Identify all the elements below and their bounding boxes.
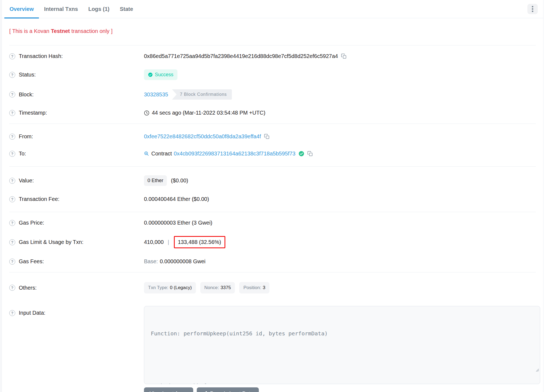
block-number-link[interactable]: 30328535 (144, 91, 168, 98)
row-input-data: ?Input Data: Function: performUpkeep(uin… (9, 301, 536, 392)
section-summary: ?Transaction Hash: 0x86ed5a771e725aa94d5… (9, 45, 536, 124)
gas-price-value: 0.000000003 Ether (3 Gwei) (144, 220, 212, 226)
testnet-warning: [ This is a Kovan Testnet transaction on… (9, 18, 536, 45)
row-block: ?Block: 30328535 7 Block Confirmations (9, 85, 536, 104)
value-amount-badge: 0 Ether (144, 175, 167, 186)
gas-usage-annotation-box: 133,488 (32.56%) (174, 236, 225, 248)
gas-fees-label: Gas Fees: (19, 258, 44, 265)
status-label: Status: (19, 72, 36, 78)
timestamp-label: Timestamp: (19, 110, 47, 116)
help-icon[interactable]: ? (9, 239, 15, 245)
row-status: ?Status: Success (9, 65, 536, 85)
transaction-overview-card: Overview Internal Txns Logs (1) State [ … (2, 0, 543, 392)
copy-hash-button[interactable] (341, 53, 347, 59)
section-value: ?Value: 0 Ether ($0.00) ?Transaction Fee… (9, 167, 536, 212)
tab-logs[interactable]: Logs (1) (83, 0, 115, 18)
row-transaction-fee: ?Transaction Fee: 0.000400464 Ether ($0.… (9, 191, 536, 208)
tab-bar: Overview Internal Txns Logs (1) State (2, 0, 543, 18)
view-input-as-button[interactable]: View Input As (144, 387, 193, 392)
value-label: Value: (19, 177, 34, 184)
resize-grip[interactable] (489, 357, 539, 383)
row-from: ?From: 0xfee7522e8482682cf50ddc50a0f8da2… (9, 128, 536, 145)
tab-internal-txns[interactable]: Internal Txns (39, 0, 83, 18)
help-icon[interactable]: ? (9, 110, 15, 116)
row-transaction-hash: ?Transaction Hash: 0x86ed5a771e725aa94d5… (9, 48, 536, 65)
gas-limit-value: 410,000 (144, 239, 164, 245)
more-options-button[interactable] (527, 4, 538, 14)
section-others-input: ?Others: Txn Type:0 (Legacy) Nonce:3375 … (9, 272, 536, 392)
row-to: ?To: Contract 0x4cb093f226983713164a6213… (9, 145, 536, 162)
position-badge: Position:3 (239, 282, 269, 293)
help-icon[interactable]: ? (9, 53, 15, 59)
help-icon[interactable]: ? (9, 285, 15, 291)
tab-overview[interactable]: Overview (4, 0, 39, 18)
tab-state[interactable]: State (115, 0, 138, 18)
zoom-in-icon[interactable] (144, 151, 149, 156)
base-fee-value: 0.000000008 Gwei (160, 258, 205, 265)
page-edge (0, 0, 2, 392)
row-gas-price: ?Gas Price: 0.000000003 Ether (3 Gwei) (9, 214, 536, 231)
row-gas-limit-usage: ?Gas Limit & Usage by Txn: 410,000 | 133… (9, 231, 536, 253)
from-label: From: (19, 133, 33, 140)
help-icon[interactable]: ? (9, 91, 15, 97)
decode-icon (202, 391, 207, 392)
help-icon[interactable]: ? (9, 134, 15, 140)
gas-limit-label: Gas Limit & Usage by Txn: (19, 239, 84, 245)
help-icon[interactable]: ? (9, 72, 15, 78)
to-label: To: (19, 151, 26, 157)
gas-separator: | (168, 239, 169, 245)
help-icon[interactable]: ? (9, 259, 15, 265)
input-line (151, 355, 533, 364)
help-icon[interactable]: ? (9, 151, 15, 157)
kebab-menu-icon (532, 6, 533, 12)
txn-type-badge: Txn Type:0 (Legacy) (144, 282, 196, 293)
input-line: MethodID: 0x7bbaf1ea (151, 381, 533, 384)
section-parties: ?From: 0xfee7522e8482682cf50ddc50a0f8da2… (9, 124, 536, 166)
clock-icon (144, 110, 149, 116)
input-data-textarea[interactable]: Function: performUpkeep(uint256 id, byte… (144, 306, 540, 384)
transaction-hash-label: Transaction Hash: (19, 53, 63, 59)
input-data-label: Input Data: (19, 310, 45, 316)
row-others: ?Others: Txn Type:0 (Legacy) Nonce:3375 … (9, 277, 536, 298)
copy-icon (307, 151, 313, 157)
base-fee-label: Base: (144, 258, 158, 265)
transaction-fee-label: Transaction Fee: (19, 196, 59, 202)
transaction-fee-value: 0.000400464 Ether ($0.00) (144, 196, 209, 202)
contract-word: Contract (151, 151, 172, 157)
row-gas-fees: ?Gas Fees: Base: 0.000000008 Gwei (9, 253, 536, 270)
row-value: ?Value: 0 Ether ($0.00) (9, 171, 536, 191)
help-icon[interactable]: ? (9, 220, 15, 226)
nonce-badge: Nonce:3375 (200, 282, 235, 293)
success-check-icon (148, 72, 153, 77)
verified-contract-badge (299, 151, 304, 157)
copy-icon (341, 53, 347, 59)
transaction-hash-value: 0x86ed5a771e725aa94d5b7fa2398e4419e216d8… (144, 53, 338, 59)
copy-to-button[interactable] (307, 151, 313, 157)
help-icon[interactable]: ? (9, 196, 15, 202)
gas-price-label: Gas Price: (19, 220, 44, 226)
gas-usage-value: 133,488 (32.56%) (178, 239, 221, 245)
status-badge: Success (144, 69, 177, 80)
copy-from-button[interactable] (264, 134, 270, 139)
verified-check-icon (299, 151, 304, 157)
row-timestamp: ?Timestamp: 44 secs ago (Mar-11-2022 03:… (9, 104, 536, 121)
section-gas: ?Gas Price: 0.000000003 Ether (3 Gwei) ?… (9, 212, 536, 272)
input-line: Function: performUpkeep(uint256 id, byte… (151, 329, 533, 338)
value-usd: ($0.00) (171, 177, 188, 184)
others-label: Others: (19, 285, 37, 291)
block-confirmations-badge: 7 Block Confirmations (172, 89, 232, 100)
copy-icon (264, 134, 270, 139)
timestamp-value: 44 secs ago (Mar-11-2022 03:54:48 PM +UT… (152, 110, 265, 116)
block-label: Block: (19, 91, 33, 98)
help-icon[interactable]: ? (9, 310, 15, 316)
decode-input-data-button[interactable]: Decode Input Data (197, 387, 259, 392)
help-icon[interactable]: ? (9, 178, 15, 184)
from-address-link[interactable]: 0xfee7522e8482682cf50ddc50a0f8da2a39effa… (144, 133, 261, 140)
to-contract-link[interactable]: 0x4cb093f226983713164a62138c3f718a5b595f… (174, 151, 296, 157)
